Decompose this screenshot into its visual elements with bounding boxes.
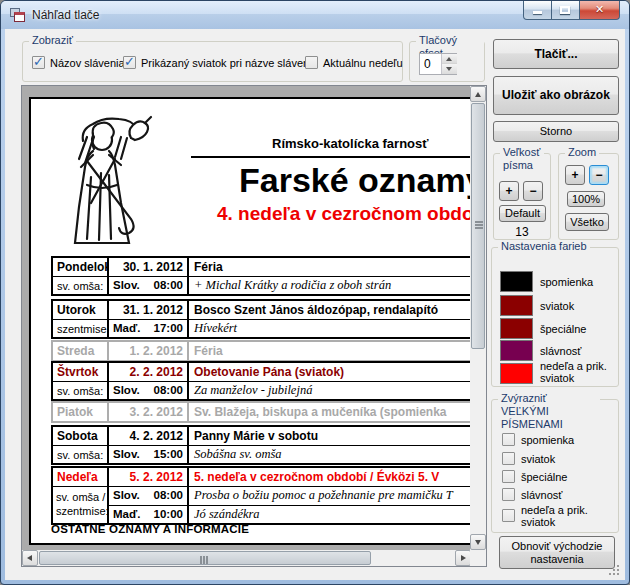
uppercase-highlight-group: Zvýrazniť VEĽKÝMI PÍSMENAMI spomienka sv…: [491, 399, 619, 533]
scroll-down-button[interactable]: [470, 534, 486, 550]
checkbox-aktualna-nedela-label[interactable]: Aktuálnu nedeľu: [323, 57, 403, 69]
day-name: Sobota: [53, 427, 109, 445]
document-subtitle: 4. nedeľa v cezročnom období: [217, 203, 487, 225]
vertical-scroll-thumb[interactable]: [471, 103, 485, 349]
scroll-right-button[interactable]: [455, 550, 471, 566]
mass-intention: Za manželov - jubilejná: [189, 382, 487, 399]
day-title: Panny Márie v sobotu: [189, 427, 487, 445]
horizontal-scroll-thumb[interactable]: [39, 551, 371, 565]
color-swatch-slavnost[interactable]: [500, 340, 533, 361]
day-name: Nedeľa: [53, 468, 109, 486]
zoom-fit-all-button[interactable]: Všetko: [565, 213, 609, 231]
scroll-left-button[interactable]: [22, 550, 38, 566]
checkbox-aktualna-nedela[interactable]: [305, 56, 318, 69]
day-title: Sv. Blažeja, biskupa a mučeníka (spomien…: [189, 403, 487, 421]
color-swatch-sviatok[interactable]: [500, 295, 533, 316]
maximize-button[interactable]: [552, 1, 579, 20]
color-swatch-nedela[interactable]: [500, 363, 533, 384]
mass-lang: Slov.: [113, 279, 140, 294]
checkbox-nazov-slavenia[interactable]: [32, 56, 45, 69]
spinner-up-icon: [446, 57, 452, 61]
uppercase-label-sviatok[interactable]: sviatok: [521, 453, 555, 465]
color-settings-label: Nastavenia farieb: [498, 240, 590, 253]
mass-time: 08:00: [154, 279, 183, 294]
font-size-value: 13: [494, 225, 550, 239]
close-button[interactable]: ✕: [579, 1, 620, 20]
spinner-up-button[interactable]: [442, 54, 457, 64]
day-name: Pondelok: [53, 258, 109, 276]
save-as-image-button[interactable]: Uložiť ako obrázok: [493, 76, 619, 115]
mass-time: 15:00: [154, 448, 183, 463]
window-title: Náhľad tlače: [32, 8, 100, 22]
zoom-in-button[interactable]: +: [565, 165, 585, 185]
maximize-icon: [560, 6, 570, 14]
uppercase-checkbox-sviatok[interactable]: [502, 452, 515, 465]
print-offset-spinner[interactable]: 0: [419, 53, 457, 75]
vertical-scrollbar[interactable]: [470, 86, 486, 550]
mass-time: 08:00: [154, 384, 183, 399]
zoom-group: Zoom + − 100% Všetko: [558, 153, 619, 240]
uppercase-checkbox-slavnost[interactable]: [502, 488, 515, 501]
color-swatch-specialne[interactable]: [500, 318, 533, 339]
mass-lang: Slov.: [113, 448, 140, 463]
reset-defaults-button[interactable]: Obnoviť východzie nastavenia: [499, 536, 615, 569]
day-date: 30. 1. 2012: [109, 258, 189, 276]
uppercase-label-spomienka[interactable]: spomienka: [521, 434, 574, 446]
day-title: Féria: [189, 342, 487, 360]
uppercase-label-slavnost[interactable]: slávnosť: [521, 489, 562, 501]
uppercase-checkbox-nedela[interactable]: [502, 509, 515, 522]
mass-lang: Slov.: [113, 489, 140, 505]
color-label-slavnost: slávnosť: [540, 345, 581, 357]
zoom-group-label: Zoom: [565, 146, 599, 159]
mass-label: sv. omša:: [53, 446, 109, 463]
mass-lang: Maď.: [113, 508, 140, 523]
parish-name: Rímsko-katolícka farnosť: [272, 136, 429, 151]
minimize-icon: [533, 11, 542, 14]
checkbox-prikazany-sviatok[interactable]: [123, 56, 136, 69]
day-date: 31. 1. 2012: [109, 301, 189, 319]
font-size-default-button[interactable]: Default: [499, 205, 546, 222]
mass-time: 10:00: [154, 508, 183, 523]
minimize-button[interactable]: [523, 1, 552, 20]
font-size-increase-button[interactable]: +: [499, 181, 519, 201]
schedule-block-utorok: Utorok 31. 1. 2012 Bosco Szent János áld…: [51, 299, 487, 339]
schedule-block-stvrtok: Štvrtok 2. 2. 2012 Obetovanie Pána (svia…: [51, 361, 487, 401]
font-size-group: Veľkosť písma + − Default 13: [493, 153, 551, 240]
mass-label: sv. omša / szentmise:: [53, 487, 109, 523]
zoom-100-button[interactable]: 100%: [567, 191, 605, 207]
uppercase-checkbox-specialne[interactable]: [502, 470, 515, 483]
resize-grip[interactable]: [609, 565, 619, 575]
color-swatch-spomienka[interactable]: [500, 271, 533, 292]
uppercase-label-nedela[interactable]: nedeľa a prik. sviatok: [521, 504, 593, 528]
font-size-decrease-button[interactable]: −: [523, 181, 543, 201]
scroll-down-icon: [475, 540, 481, 545]
uppercase-group-label: Zvýrazniť VEĽKÝMI PÍSMENAMI: [498, 392, 600, 431]
mass-label: sv. omša:: [53, 277, 109, 294]
checkbox-nazov-slavenia-label[interactable]: Názov slávenia: [50, 57, 125, 69]
mass-intention: Jó szándékra: [189, 506, 487, 523]
mass-intention: + Michal Krátky a rodičia z oboh strán: [189, 277, 487, 294]
color-label-sviatok: sviatok: [540, 300, 574, 312]
other-announcements-heading: OSTATNÉ OZNAMY A INFORMÁCIE: [51, 523, 249, 535]
spinner-down-button[interactable]: [442, 64, 457, 74]
thumb-grip-icon: [200, 556, 202, 564]
zoom-out-button[interactable]: −: [589, 165, 609, 185]
color-label-specialne: špeciálne: [540, 323, 586, 335]
close-icon: ✕: [595, 3, 604, 15]
color-settings-group: Nastavenia farieb spomienka sviatok špec…: [491, 247, 619, 387]
day-name: Štvrtok: [53, 363, 109, 381]
day-title: Bosco Szent János áldozópap, rendalapító: [189, 301, 487, 319]
titlebar[interactable]: Náhľad tlače ✕: [1, 1, 629, 29]
scroll-up-button[interactable]: [470, 86, 486, 102]
day-title: Féria: [189, 258, 487, 276]
print-offset-value: 0: [424, 57, 431, 71]
checkbox-prikazany-sviatok-label[interactable]: Prikázaný sviatok pri názve slávenia: [141, 57, 318, 69]
mass-intention: Sobášna sv. omša: [189, 446, 487, 463]
print-offset-group: Tlačový ofset 0: [409, 41, 485, 82]
cancel-button[interactable]: Storno: [493, 121, 619, 142]
mass-label: szentmise:: [53, 320, 109, 337]
print-button[interactable]: Tlačiť...: [493, 39, 619, 69]
uppercase-label-specialne[interactable]: špeciálne: [521, 471, 567, 483]
uppercase-checkbox-spomienka[interactable]: [502, 433, 515, 446]
horizontal-scrollbar[interactable]: [22, 550, 471, 566]
